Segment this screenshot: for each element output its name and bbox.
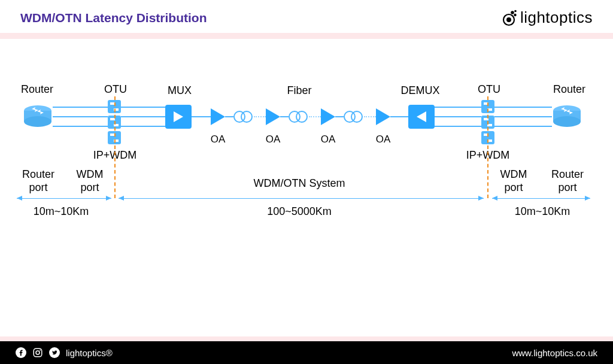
brand-logo: lightoptics: [500, 8, 593, 27]
label-distance-left: 10m~10Km: [34, 205, 89, 218]
twitter-icon[interactable]: [49, 347, 60, 358]
footer-brand: lightoptics®: [66, 348, 113, 358]
label-oa: OA: [321, 134, 336, 145]
footer-url[interactable]: www.lightoptics.co.uk: [512, 348, 597, 358]
label-wdm-port-left: WDMport: [77, 168, 104, 194]
label-router-right: Router: [553, 83, 585, 96]
label-wdm-port-right: WDMport: [500, 168, 527, 194]
oa-icon: [211, 108, 225, 125]
mux-icon: [165, 105, 192, 129]
label-otu-left: OTU: [104, 83, 127, 96]
oa-icon: [376, 108, 390, 125]
latency-diagram: Router OTU MUX Fiber DEMUX OTU Router: [0, 39, 613, 290]
label-oa: OA: [211, 134, 226, 145]
distance-arrow-mid: [119, 198, 484, 199]
label-distance-right: 10m~10Km: [515, 205, 570, 218]
fiber-spool-icon: [233, 111, 253, 125]
logo-icon: [500, 9, 518, 27]
footer-divider: [0, 336, 613, 341]
label-mux: MUX: [168, 84, 192, 97]
svg-point-13: [36, 351, 40, 354]
svg-point-3: [514, 13, 516, 16]
label-router-port-right: Routerport: [551, 168, 584, 194]
label-oa: OA: [266, 134, 281, 145]
router-right-icon: [552, 105, 582, 128]
header-divider: [0, 33, 613, 39]
label-router-left: Router: [21, 83, 53, 96]
instagram-icon[interactable]: [32, 347, 43, 358]
router-left-icon: [23, 105, 53, 128]
label-wdm-otn-system: WDM/OTN System: [254, 177, 345, 190]
fiber-spool-icon: [289, 111, 308, 125]
distance-arrow-right: [492, 198, 590, 199]
boundary-line: [114, 96, 116, 198]
oa-icon: [266, 108, 280, 125]
fiber-spool-icon: [344, 111, 363, 125]
oa-icon: [321, 108, 335, 125]
boundary-line: [487, 96, 488, 198]
distance-arrow-left: [17, 198, 111, 199]
svg-point-4: [514, 10, 517, 12]
label-demux: DEMUX: [400, 84, 439, 97]
label-otu-right: OTU: [478, 83, 500, 96]
footer: lightoptics® www.lightoptics.co.uk: [0, 341, 613, 364]
svg-point-2: [511, 11, 514, 14]
svg-point-7: [24, 116, 51, 127]
label-distance-mid: 100~5000Km: [267, 205, 332, 218]
label-oa: OA: [376, 134, 391, 145]
svg-point-14: [40, 350, 41, 351]
demux-icon: [408, 105, 435, 129]
label-router-port-left: Routerport: [22, 168, 54, 194]
svg-point-10: [553, 116, 581, 127]
page-title: WDM/OTN Latency Distribution: [20, 11, 207, 25]
svg-point-1: [506, 17, 511, 22]
facebook-icon[interactable]: [16, 347, 26, 358]
label-fiber: Fiber: [287, 84, 311, 97]
